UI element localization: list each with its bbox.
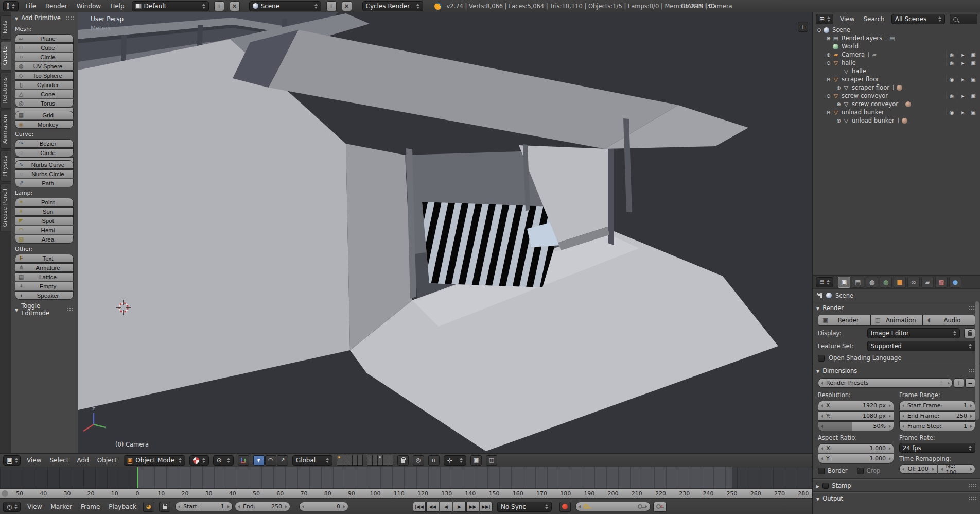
outliner-row[interactable]: RenderLayers xyxy=(813,34,980,42)
visibility-eye-icon[interactable] xyxy=(946,76,957,83)
outliner-search-input[interactable] xyxy=(950,14,977,24)
scene-dropdown[interactable]: Scene xyxy=(249,1,321,11)
record-button[interactable] xyxy=(559,502,571,512)
datablock-name[interactable]: Camera xyxy=(842,51,865,58)
remove-keying-button[interactable]: ✕ xyxy=(653,502,667,512)
menu-marker[interactable]: Marker xyxy=(48,503,74,510)
editor-type-dropdown[interactable]: ▤ xyxy=(816,277,833,287)
datablock-name[interactable]: screw conveyor xyxy=(842,92,888,99)
proportional-edit-button[interactable]: ◎ xyxy=(413,455,424,466)
resolution-y-field[interactable]: Y:1080 px xyxy=(818,411,894,421)
add-primitive-button[interactable]: Path xyxy=(15,179,74,187)
outliner-row[interactable]: halle xyxy=(813,67,980,75)
properties-tab[interactable] xyxy=(880,277,892,288)
sync-dropdown[interactable]: No Sync xyxy=(497,502,552,512)
menu-view[interactable]: View xyxy=(838,15,856,23)
properties-tab[interactable] xyxy=(949,277,961,288)
next-keyframe-button[interactable]: ▶▶ xyxy=(466,502,479,512)
play-button[interactable]: ▶ xyxy=(453,502,466,512)
opengl-render-button[interactable]: ▣ xyxy=(470,455,482,466)
toolshelf-tab[interactable]: Create xyxy=(0,41,11,71)
transform-orientation-dropdown[interactable]: Global xyxy=(292,455,332,466)
expand-toggle-icon[interactable] xyxy=(835,118,842,124)
menu-object[interactable]: Object xyxy=(95,457,119,464)
visibility-eye-icon[interactable] xyxy=(946,59,957,66)
outliner-row[interactable]: Scene xyxy=(813,26,980,34)
expand-toggle-icon[interactable] xyxy=(835,85,842,91)
menu-add[interactable]: Add xyxy=(75,457,91,464)
add-primitive-button[interactable]: Text xyxy=(15,254,74,263)
selectability-cursor-icon[interactable] xyxy=(957,59,968,66)
pin-icon[interactable] xyxy=(817,293,822,298)
properties-tab[interactable] xyxy=(907,277,920,288)
remove-preset-button[interactable]: − xyxy=(965,378,975,388)
renderability-camera-icon[interactable] xyxy=(968,76,978,83)
outliner-row[interactable]: unload bunker xyxy=(813,108,980,116)
render-animation-button[interactable]: ◫Animation xyxy=(870,315,923,326)
toolshelf-tab[interactable]: Relations xyxy=(0,72,11,109)
end-frame-field[interactable]: End Frame:250 xyxy=(899,411,975,421)
properties-tab[interactable] xyxy=(921,277,934,288)
add-primitive-button[interactable]: Hemi xyxy=(15,226,74,234)
outliner-row[interactable]: unload bunker xyxy=(813,116,980,125)
remap-new-field[interactable]: Ne: 100 xyxy=(938,464,976,474)
toolshelf-tab[interactable]: Tools xyxy=(0,15,11,40)
visibility-eye-icon[interactable] xyxy=(946,51,957,58)
add-primitive-button[interactable]: Circle xyxy=(15,53,74,61)
jump-to-start-button[interactable]: |◀◀ xyxy=(413,502,426,512)
add-primitive-button[interactable]: UV Sphere xyxy=(15,62,74,71)
snap-toggle-button[interactable]: ∩ xyxy=(428,455,440,466)
datablock-name[interactable]: halle xyxy=(842,59,856,66)
toggle-editmode-panel-header[interactable]: Toggle Editmode xyxy=(11,304,78,315)
datablock-name[interactable]: scraper floor xyxy=(842,76,879,83)
add-primitive-panel-header[interactable]: Add Primitive xyxy=(11,12,78,24)
expand-toggle-icon[interactable] xyxy=(835,101,842,107)
opengl-render-anim-button[interactable]: ◫ xyxy=(486,455,497,466)
add-primitive-button[interactable]: Cube xyxy=(15,43,74,52)
properties-tab[interactable] xyxy=(852,277,864,288)
renderability-camera-icon[interactable] xyxy=(968,51,978,58)
toolshelf-tab[interactable]: Animation xyxy=(0,110,11,149)
add-primitive-button[interactable]: Empty xyxy=(15,282,74,290)
add-preset-button[interactable]: + xyxy=(954,378,964,388)
panel-grip-icon[interactable] xyxy=(969,496,977,501)
current-frame-field[interactable]: 0 xyxy=(299,502,348,511)
editor-type-dropdown[interactable]: i xyxy=(3,1,19,11)
menu-file[interactable]: File xyxy=(24,3,38,10)
previous-keyframe-button[interactable]: ◀◀ xyxy=(426,502,439,512)
selectability-cursor-icon[interactable] xyxy=(957,76,968,83)
add-primitive-button[interactable]: Sun xyxy=(15,207,74,216)
expand-toggle-icon[interactable] xyxy=(825,36,832,41)
scale-manipulator-button[interactable]: ↗ xyxy=(277,455,288,466)
properties-tab[interactable] xyxy=(838,277,850,288)
outliner-row[interactable]: screw conveyor xyxy=(813,100,980,108)
menu-search[interactable]: Search xyxy=(861,15,886,23)
jump-to-end-button[interactable]: ▶▶| xyxy=(480,502,493,512)
add-scene-button[interactable]: + xyxy=(326,1,337,11)
renderability-camera-icon[interactable] xyxy=(968,109,978,116)
frame-step-field[interactable]: Frame Step:1 xyxy=(899,421,975,431)
editor-type-dropdown[interactable]: ⊞ xyxy=(816,14,833,24)
close-scene-button[interactable]: ✕ xyxy=(342,1,352,11)
render-panel-header[interactable]: Render xyxy=(813,302,980,314)
menu-playback[interactable]: Playback xyxy=(107,503,138,510)
outliner-row[interactable]: screw conveyor xyxy=(813,92,980,100)
add-primitive-button[interactable]: Nurbs Curve xyxy=(15,160,74,169)
layers-widget[interactable] xyxy=(337,455,363,466)
manipulator-toggle-button[interactable] xyxy=(238,455,249,466)
panel-grip-icon[interactable] xyxy=(969,484,977,488)
menu-select[interactable]: Select xyxy=(47,457,71,464)
menu-view[interactable]: View xyxy=(25,503,44,510)
outliner-row[interactable]: scraper floor xyxy=(813,75,980,83)
outliner-scope-dropdown[interactable]: All Scenes xyxy=(891,14,945,24)
add-primitive-button[interactable]: Cone xyxy=(15,90,74,98)
add-primitive-button[interactable]: Cylinder xyxy=(15,80,74,89)
menu-help[interactable]: Help xyxy=(108,3,126,10)
display-dropdown[interactable]: Image Editor xyxy=(867,328,960,338)
datablock-name[interactable]: World xyxy=(842,43,859,50)
output-panel-header[interactable]: Output xyxy=(813,493,980,504)
panel-expand-icon[interactable] xyxy=(816,482,819,489)
stamp-checkbox[interactable] xyxy=(822,483,829,489)
current-frame-marker[interactable] xyxy=(137,467,138,489)
lock-frame-button[interactable] xyxy=(159,502,170,512)
